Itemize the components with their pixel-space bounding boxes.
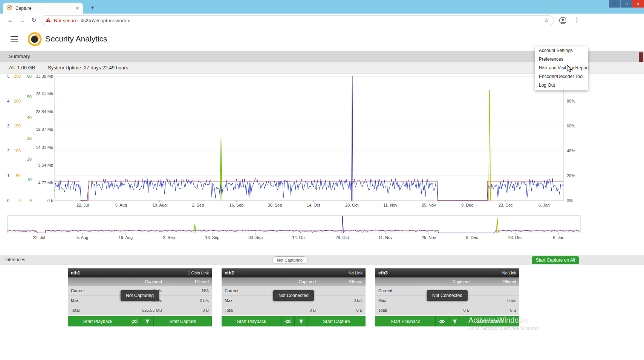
browser-profile-icon[interactable] [559,17,567,26]
scrollbar-thumb[interactable] [639,52,643,62]
hide-eye-button[interactable] [128,316,141,326]
interface-card-eth3: eth3 No Link Captured Filtered Current M… [375,268,519,326]
svg-text:2. Sep: 2. Sep [192,203,204,207]
svg-text:16. Sep: 16. Sep [205,235,219,240]
svg-text:22. Jul: 22. Jul [76,203,89,207]
interface-name: eth1 [71,270,80,276]
eye-slash-icon [439,319,445,324]
svg-text:0: 0 [7,198,9,203]
mouse-cursor [567,65,573,75]
svg-text:33.38 Mb: 33.38 Mb [36,74,53,78]
summary-tab[interactable]: Summary [9,51,30,62]
svg-text:20: 20 [27,157,32,161]
svg-text:25. Nov: 25. Nov [422,235,436,240]
eye-slash-icon [131,319,138,324]
svg-text:5. Aug: 5. Aug [76,235,88,240]
svg-text:14. Oct: 14. Oct [292,235,305,240]
total-filtered: 0 B [473,308,519,313]
start-capture-button[interactable]: Start Capture [154,316,212,326]
minimize-button[interactable]: ─ [609,0,621,8]
filtered-column-header: Filtered [319,279,366,284]
card-actions: Start Playback Start Capture [68,316,212,326]
hide-eye-button[interactable] [436,316,448,326]
back-button[interactable]: ← [6,16,15,25]
svg-text:19. Aug: 19. Aug [153,203,167,207]
menu-item-account-settings[interactable]: Account Settings [535,46,588,55]
filtered-column-header: Filtered [473,279,519,284]
start-playback-button[interactable]: Start Playback [68,316,128,326]
tab-title: Capture [15,6,72,11]
filter-funnel-icon [145,319,150,324]
total-captured: 0 B [271,308,319,313]
address-bar[interactable]: Not secure ds2b7a/captures/index ☆ [41,15,554,25]
timeline-overview-chart[interactable]: 22. Jul5. Aug19. Aug2. Sep16. Sep30. Sep… [0,213,588,241]
current-filtered: N/A [165,288,212,293]
svg-text:28. Oct: 28. Oct [335,235,349,240]
tab-close-icon[interactable]: ✕ [75,5,80,11]
max-filtered: 0 b/s [473,298,519,303]
svg-text:30: 30 [27,136,32,141]
start-capture-on-all-button[interactable]: Start Capture on All [532,256,579,264]
filter-button[interactable] [295,316,307,326]
reload-button[interactable]: ↻ [29,16,38,25]
eye-slash-icon [285,319,292,324]
start-capture-button[interactable]: Start Capture [461,316,519,326]
status-badge: Not Capturing [121,290,159,301]
svg-text:30. Sep: 30. Sep [248,235,263,240]
svg-text:28. Oct: 28. Oct [345,203,358,207]
hide-eye-button[interactable] [282,316,295,326]
start-playback-button[interactable]: Start Playback [375,316,436,326]
tab-favicon-icon [6,5,12,12]
new-tab-button[interactable]: + [88,4,96,12]
svg-text:14. Oct: 14. Oct [307,203,320,207]
start-capture-button[interactable]: Start Capture [307,316,366,326]
browser-toolbar: ← → ↻ Not secure ds2b7a/captures/index ☆… [0,14,644,27]
forward-button[interactable]: → [18,16,27,25]
svg-text:9.54 Mb: 9.54 Mb [38,163,53,167]
link-status: No Link [349,271,363,275]
url-host: ds2b7a [81,18,97,23]
card-header: eth1 1 Gb/s Link [68,268,212,277]
svg-text:0: 0 [18,198,21,203]
svg-text:9. Dec: 9. Dec [461,203,473,207]
svg-text:60%: 60% [567,124,575,128]
menu-item-encoder-decoder-tool[interactable]: Encoder/Decoder Tool [535,72,588,81]
max-filtered: 0 b/s [165,298,212,303]
card-column-headers: Captured Filtered [222,277,366,286]
menu-item-risk-visibility-report[interactable]: Risk and Visibility Report [535,64,588,72]
interface-name: eth3 [378,270,388,276]
card-header: eth3 No Link [375,268,519,277]
svg-text:10: 10 [27,178,32,182]
close-button[interactable]: ✕ [632,0,644,8]
stat-row-total: Total 0 B 0 B [222,305,366,315]
svg-text:100: 100 [14,149,21,153]
maximize-button[interactable]: □ [621,0,632,8]
svg-text:11. Nov: 11. Nov [378,235,393,240]
svg-text:1: 1 [7,173,9,178]
total-filtered: 0 B [319,308,366,313]
svg-text:9. Dec: 9. Dec [466,235,478,240]
menu-item-preferences[interactable]: Preferences [535,55,588,64]
filter-button[interactable] [448,316,461,326]
traffic-timeline-chart[interactable]: 01234505010015020025001020304050600 b4.7… [0,74,588,208]
start-playback-button[interactable]: Start Playback [222,316,282,326]
filter-button[interactable] [141,316,154,326]
browser-menu-icon[interactable]: ⋮ [574,16,580,23]
bookmark-star-icon[interactable]: ☆ [544,17,549,24]
svg-text:25. Nov: 25. Nov [422,203,436,207]
not-secure-label[interactable]: Not secure [54,18,78,23]
interfaces-section-bar: Interfaces Not Capturing Start Capture o… [0,255,644,265]
window-controls: ─ □ ✕ [609,0,644,8]
menu-item-log-out[interactable]: Log Out [535,81,588,90]
svg-text:4: 4 [7,99,9,103]
interface-name: eth2 [225,270,234,276]
svg-text:5. Aug: 5. Aug [115,203,127,207]
browser-tab[interactable]: Capture ✕ [3,3,83,14]
svg-text:14.31 Mb: 14.31 Mb [36,145,53,150]
url-text: ds2b7a/captures/index [81,18,130,23]
status-badge: Not Connected [427,290,468,301]
interface-cards: eth1 1 Gb/s Link Captured Filtered Curre… [68,268,519,326]
total-filtered: 0 B [165,308,212,313]
svg-text:2. Sep: 2. Sep [163,235,175,240]
nav-menu-button[interactable] [11,36,18,42]
